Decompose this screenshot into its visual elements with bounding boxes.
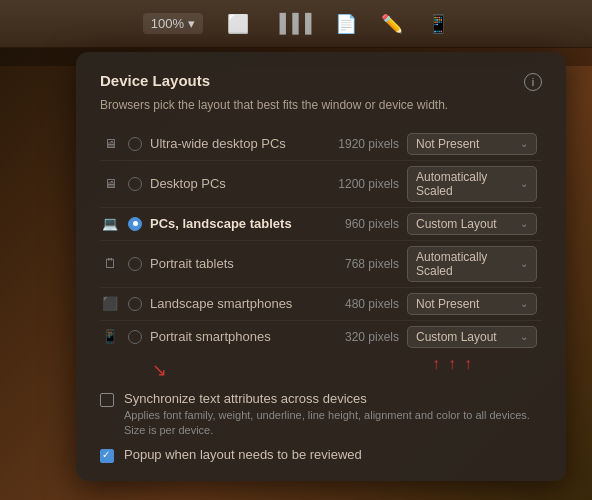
toolbar: 100% ▾ ⬜ ▐▐▐ 📄 ✏️ 📱 bbox=[0, 0, 592, 48]
device-status-portrait-tablet: Automatically Scaled bbox=[416, 250, 516, 278]
arrows-area: ↙ ↑ ↑ ↑ bbox=[100, 367, 542, 387]
device-radio-ultra-wide[interactable] bbox=[128, 137, 142, 151]
arrow-up-1: ↑ bbox=[432, 355, 440, 373]
select-chevron-ultra-wide: ⌄ bbox=[520, 138, 528, 149]
device-pixels-portrait-tablet: 768 pixels bbox=[327, 257, 399, 271]
sync-text-block: Synchronize text attributes across devic… bbox=[124, 391, 542, 439]
device-type-icon-ultra-wide: 🖥 bbox=[100, 136, 120, 151]
panel-container: Device Layouts i Browsers pick the layou… bbox=[50, 48, 592, 500]
device-status-landscape-smartphone: Not Present bbox=[416, 297, 479, 311]
info-button[interactable]: i bbox=[524, 73, 542, 91]
device-name-landscape-smartphone: Landscape smartphones bbox=[150, 296, 319, 311]
select-chevron-landscape-smartphone: ⌄ bbox=[520, 298, 528, 309]
device-type-icon-portrait-smartphone: 📱 bbox=[100, 329, 120, 344]
zoom-chevron: ▾ bbox=[188, 16, 195, 31]
device-row-desktop[interactable]: 🖥Desktop PCs1200 pixelsAutomatically Sca… bbox=[100, 161, 542, 208]
chart-icon[interactable]: ▐▐▐ bbox=[273, 13, 311, 34]
zoom-label: 100% bbox=[151, 16, 184, 31]
sync-row: Synchronize text attributes across devic… bbox=[100, 387, 542, 439]
device-select-portrait-tablet[interactable]: Automatically Scaled⌄ bbox=[407, 246, 542, 282]
sync-checkbox[interactable] bbox=[100, 393, 114, 407]
device-status-ultra-wide: Not Present bbox=[416, 137, 479, 151]
device-select-portrait-smartphone[interactable]: Custom Layout⌄ bbox=[407, 326, 542, 348]
device-type-icon-desktop: 🖥 bbox=[100, 176, 120, 191]
popup-label: Popup when layout needs to be reviewed bbox=[124, 447, 362, 462]
device-icon[interactable]: 📱 bbox=[427, 13, 449, 35]
device-pixels-landscape-tablet: 960 pixels bbox=[327, 217, 399, 231]
device-name-portrait-smartphone: Portrait smartphones bbox=[150, 329, 319, 344]
device-name-landscape-tablet: PCs, landscape tablets bbox=[150, 216, 319, 231]
sync-label: Synchronize text attributes across devic… bbox=[124, 391, 542, 406]
device-status-desktop: Automatically Scaled bbox=[416, 170, 516, 198]
layout-icon[interactable]: ⬜ bbox=[227, 13, 249, 35]
device-radio-desktop[interactable] bbox=[128, 177, 142, 191]
device-select-ultra-wide[interactable]: Not Present⌄ bbox=[407, 133, 542, 155]
select-chevron-landscape-tablet: ⌄ bbox=[520, 218, 528, 229]
sync-desc: Applies font family, weight, underline, … bbox=[124, 408, 542, 439]
device-radio-portrait-smartphone[interactable] bbox=[128, 330, 142, 344]
panel-title: Device Layouts bbox=[100, 72, 210, 89]
device-status-landscape-tablet: Custom Layout bbox=[416, 217, 497, 231]
device-list: 🖥Ultra-wide desktop PCs1920 pixelsNot Pr… bbox=[100, 128, 542, 353]
device-radio-landscape-tablet[interactable] bbox=[128, 217, 142, 231]
device-row-portrait-tablet[interactable]: 🗒Portrait tablets768 pixelsAutomatically… bbox=[100, 241, 542, 288]
device-select-landscape-tablet[interactable]: Custom Layout⌄ bbox=[407, 213, 542, 235]
right-arrows-indicator: ↑ ↑ ↑ bbox=[432, 355, 472, 373]
device-layouts-panel: Device Layouts i Browsers pick the layou… bbox=[76, 52, 566, 481]
arrow-up-2: ↑ bbox=[448, 355, 456, 373]
panel-header: Device Layouts i bbox=[100, 72, 542, 91]
device-name-desktop: Desktop PCs bbox=[150, 176, 319, 191]
device-radio-landscape-smartphone[interactable] bbox=[128, 297, 142, 311]
left-arrow-indicator: ↙ bbox=[152, 359, 167, 381]
device-type-icon-landscape-tablet: 💻 bbox=[100, 216, 120, 231]
device-name-ultra-wide: Ultra-wide desktop PCs bbox=[150, 136, 319, 151]
device-select-desktop[interactable]: Automatically Scaled⌄ bbox=[407, 166, 542, 202]
device-radio-portrait-tablet[interactable] bbox=[128, 257, 142, 271]
device-pixels-ultra-wide: 1920 pixels bbox=[327, 137, 399, 151]
device-pixels-landscape-smartphone: 480 pixels bbox=[327, 297, 399, 311]
device-select-landscape-smartphone[interactable]: Not Present⌄ bbox=[407, 293, 542, 315]
select-chevron-portrait-smartphone: ⌄ bbox=[520, 331, 528, 342]
panel-subtitle: Browsers pick the layout that best fits … bbox=[100, 97, 542, 114]
device-row-portrait-smartphone[interactable]: 📱Portrait smartphones320 pixelsCustom La… bbox=[100, 321, 542, 353]
device-status-portrait-smartphone: Custom Layout bbox=[416, 330, 497, 344]
popup-row: Popup when layout needs to be reviewed bbox=[100, 447, 542, 463]
document-icon[interactable]: 📄 bbox=[335, 13, 357, 35]
device-pixels-desktop: 1200 pixels bbox=[327, 177, 399, 191]
device-name-portrait-tablet: Portrait tablets bbox=[150, 256, 319, 271]
popup-checkbox[interactable] bbox=[100, 449, 114, 463]
arrow-up-3: ↑ bbox=[464, 355, 472, 373]
device-row-ultra-wide[interactable]: 🖥Ultra-wide desktop PCs1920 pixelsNot Pr… bbox=[100, 128, 542, 161]
select-chevron-portrait-tablet: ⌄ bbox=[520, 258, 528, 269]
device-type-icon-portrait-tablet: 🗒 bbox=[100, 256, 120, 271]
device-row-landscape-smartphone[interactable]: ⬛Landscape smartphones480 pixelsNot Pres… bbox=[100, 288, 542, 321]
edit-icon[interactable]: ✏️ bbox=[381, 13, 403, 35]
device-type-icon-landscape-smartphone: ⬛ bbox=[100, 296, 120, 311]
device-pixels-portrait-smartphone: 320 pixels bbox=[327, 330, 399, 344]
select-chevron-desktop: ⌄ bbox=[520, 178, 528, 189]
device-row-landscape-tablet[interactable]: 💻PCs, landscape tablets960 pixelsCustom … bbox=[100, 208, 542, 241]
zoom-control[interactable]: 100% ▾ bbox=[143, 13, 203, 34]
